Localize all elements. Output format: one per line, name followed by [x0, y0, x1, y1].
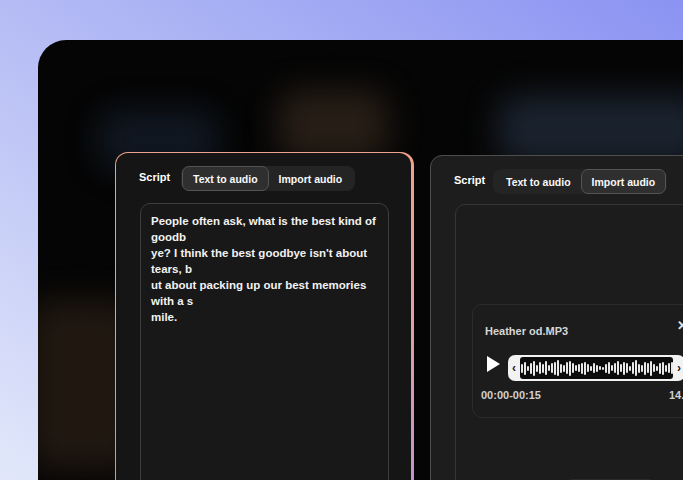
right-panel-header: Script Text to audio Import audio — [431, 169, 683, 194]
script-text-line: ye? I think the best goodbye isn't about… — [151, 245, 378, 277]
import-audio-dropzone[interactable]: Heather od.MP3 ✕ ‹ › 00:00-00:15 14.7s R… — [455, 204, 683, 480]
time-range-label: 00:00-00:15 — [481, 389, 541, 401]
blurred-background-shape — [278, 90, 388, 160]
play-icon[interactable] — [487, 356, 500, 372]
right-tab-group: Text to audio Import audio — [493, 169, 667, 194]
script-panel-import-audio: Script Text to audio Import audio Heathe… — [430, 155, 683, 480]
audio-file-card: Heather od.MP3 ✕ ‹ › 00:00-00:15 14.7s — [472, 304, 683, 418]
left-tab-group: Text to audio Import audio — [181, 166, 355, 191]
waveform-bars[interactable] — [520, 357, 673, 379]
tab-text-to-audio[interactable]: Text to audio — [182, 166, 269, 191]
trim-right-handle-icon[interactable]: › — [673, 355, 683, 381]
script-text-input[interactable]: People often ask, what is the best kind … — [140, 203, 389, 480]
tab-import-audio[interactable]: Import audio — [581, 169, 667, 194]
tab-text-to-audio[interactable]: Text to audio — [495, 170, 582, 193]
app-window: Script Text to audio Import audio People… — [38, 40, 683, 480]
duration-label: 14.7s — [669, 389, 683, 401]
script-panel-text-to-audio-body: Script Text to audio Import audio People… — [116, 153, 411, 480]
audio-filename: Heather od.MP3 — [485, 325, 568, 337]
tab-import-audio[interactable]: Import audio — [268, 167, 354, 190]
close-icon[interactable]: ✕ — [677, 318, 683, 333]
script-panel-text-to-audio: Script Text to audio Import audio People… — [115, 152, 414, 480]
script-text-line: People often ask, what is the best kind … — [151, 213, 378, 245]
script-text-line: mile. — [151, 309, 378, 325]
script-label: Script — [139, 171, 170, 183]
waveform-trimmer[interactable]: ‹ › — [508, 355, 683, 381]
script-text-line: ut about packing up our best memories wi… — [151, 277, 378, 309]
left-panel-header: Script Text to audio Import audio — [116, 166, 411, 191]
script-label: Script — [454, 174, 485, 186]
trim-left-handle-icon[interactable]: ‹ — [508, 355, 520, 381]
